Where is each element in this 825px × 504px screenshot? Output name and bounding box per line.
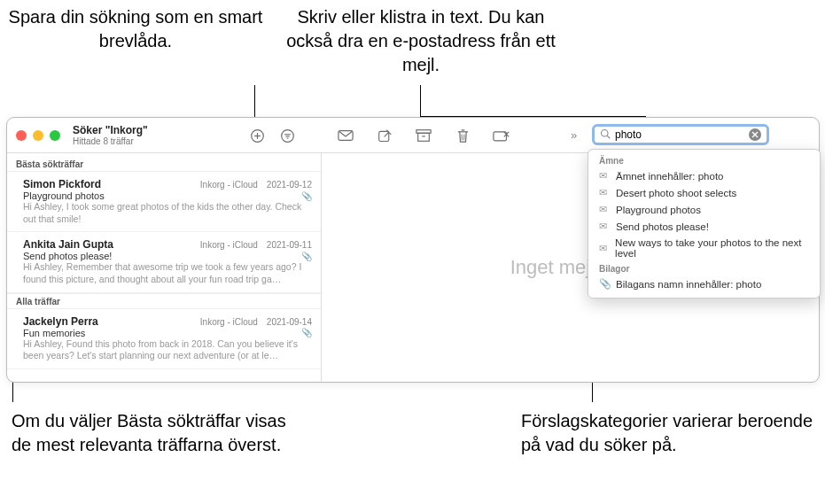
filter-button[interactable]	[278, 127, 296, 144]
suggestion-item[interactable]: ✉ New ways to take your photos to the ne…	[588, 235, 820, 261]
x-icon	[751, 131, 759, 138]
callout-best-hits: Om du väljer Bästa sökträffar visas de m…	[12, 409, 304, 457]
suggestion-label: Ämnet innehåller: photo	[616, 171, 723, 182]
junk-icon	[493, 129, 510, 143]
suggestion-item[interactable]: ✉ Playground photos	[588, 201, 820, 218]
search-title: Söker "Inkorg"	[73, 124, 148, 136]
suggestion-item[interactable]: ✉ Ämnet innehåller: photo	[588, 167, 820, 184]
message-from: Simon Pickford	[23, 178, 200, 190]
callout-save-smart-mailbox: Spara din sökning som en smart brevlåda.	[7, 5, 264, 53]
archive-button[interactable]	[415, 127, 432, 144]
trash-icon	[456, 128, 470, 143]
envelope-icon: ✉	[599, 243, 609, 254]
svg-point-21	[602, 129, 609, 136]
message-preview: Hi Ashley, I took some great photos of t…	[23, 201, 312, 225]
envelope-icon: ✉	[599, 170, 610, 182]
close-window-button[interactable]	[16, 130, 27, 141]
compose-icon	[377, 128, 393, 143]
paperclip-icon: 📎	[599, 278, 610, 290]
section-header-all: Alla träffar	[7, 293, 321, 309]
callout-type-or-paste: Skriv eller klistra in text. Du kan ocks…	[275, 5, 567, 77]
search-field-wrap	[592, 124, 769, 145]
paperclip-icon: 📎	[301, 328, 312, 337]
suggestion-label: Bilagans namn innehåller: photo	[616, 279, 761, 290]
save-smart-mailbox-button[interactable]	[248, 127, 266, 144]
message-from: Ankita Jain Gupta	[23, 238, 200, 251]
paperclip-icon: 📎	[301, 191, 312, 201]
message-location: Inkorg - iCloud	[200, 317, 258, 327]
minimize-window-button[interactable]	[33, 130, 43, 141]
message-row[interactable]: Jackelyn Perra Inkorg - iCloud 2021-09-1…	[7, 309, 321, 369]
plus-circle-icon	[250, 128, 265, 143]
message-preview: Hi Ashley, Remember that awesome trip we…	[23, 261, 312, 285]
message-subject: Fun memories	[23, 328, 301, 338]
archive-icon	[416, 128, 432, 143]
message-toolbar-icons	[337, 127, 510, 144]
search-input[interactable]	[615, 128, 749, 141]
suggestion-label: New ways to take your photos to the next…	[615, 237, 809, 259]
mail-window: Söker "Inkorg" Hittade 8 träffar	[6, 117, 820, 383]
title-block: Söker "Inkorg" Hittade 8 träffar	[73, 124, 148, 146]
search-subtitle: Hittade 8 träffar	[73, 136, 148, 146]
search-icon	[600, 128, 611, 142]
suggestion-item[interactable]: 📎 Bilagans namn innehåller: photo	[588, 275, 820, 292]
suggestion-label: Playground photos	[616, 205, 701, 215]
svg-rect-12	[418, 133, 430, 141]
message-location: Inkorg - iCloud	[200, 240, 258, 250]
message-date: 2021-09-14	[267, 317, 312, 327]
mark-read-button[interactable]	[337, 127, 354, 144]
junk-button[interactable]	[493, 127, 510, 144]
leader-line	[420, 85, 421, 116]
sidebar-toolbar-icons	[248, 127, 296, 144]
search-suggestions-popover: Ämne ✉ Ämnet innehåller: photo ✉ Desert …	[588, 149, 821, 299]
svg-line-10	[384, 132, 388, 136]
toolbar: Söker "Inkorg" Hittade 8 träffar	[7, 118, 819, 153]
suggestion-label: Send photos please!	[616, 221, 709, 232]
suggestion-item[interactable]: ✉ Send photos please!	[588, 218, 820, 235]
envelope-icon: ✉	[599, 221, 610, 232]
message-row[interactable]: Simon Pickford Inkorg - iCloud 2021-09-1…	[7, 172, 321, 232]
window-controls	[16, 130, 60, 141]
section-header-best: Bästa sökträffar	[7, 157, 321, 172]
suggestion-label: Desert photo shoot selects	[616, 188, 736, 198]
suggestions-attachments-header: Bilagor	[588, 261, 820, 275]
message-list: Bästa sökträffar Simon Pickford Inkorg -…	[7, 153, 322, 382]
message-date: 2021-09-12	[267, 180, 312, 190]
svg-line-22	[607, 136, 610, 138]
suggestions-subject-header: Ämne	[588, 153, 820, 167]
envelope-icon: ✉	[599, 187, 610, 198]
message-row[interactable]: Ankita Jain Gupta Inkorg - iCloud 2021-0…	[7, 232, 321, 292]
delete-button[interactable]	[454, 127, 471, 144]
callout-suggestion-categories: Förslagskategorier varierar beroende på …	[521, 409, 813, 457]
clear-search-button[interactable]	[749, 128, 761, 141]
message-from: Jackelyn Perra	[23, 315, 200, 328]
message-location: Inkorg - iCloud	[200, 180, 258, 190]
message-preview: Hi Ashley, Found this photo from back in…	[23, 338, 312, 362]
paperclip-icon: 📎	[301, 252, 312, 261]
more-toolbar-button[interactable]: »	[571, 128, 577, 142]
svg-rect-8	[378, 131, 388, 141]
message-subject: Playground photos	[23, 190, 301, 201]
message-date: 2021-09-11	[267, 240, 312, 250]
envelope-icon	[338, 129, 354, 142]
envelope-icon: ✉	[599, 204, 610, 215]
compose-button[interactable]	[376, 127, 393, 144]
message-subject: Send photos please!	[23, 251, 301, 261]
suggestion-item[interactable]: ✉ Desert photo shoot selects	[588, 184, 820, 201]
filter-circle-icon	[280, 128, 295, 143]
zoom-window-button[interactable]	[50, 130, 60, 141]
